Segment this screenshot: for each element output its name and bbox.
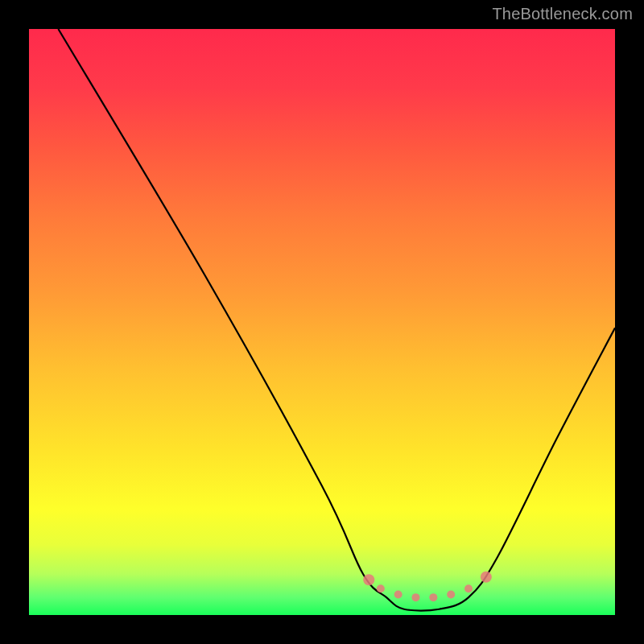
optimal-dot [464,584,473,592]
attribution-label: TheBottleneck.com [492,5,633,23]
optimal-band-dots [363,572,492,601]
plot-svg [29,29,615,615]
optimal-dot [411,593,419,601]
plot-area [29,29,615,615]
optimal-dot [377,584,385,592]
optimal-dot [481,572,492,583]
optimal-dot [394,591,402,599]
optimal-dot [429,593,437,601]
chart-container: TheBottleneck.com [0,0,644,644]
optimal-dot [447,591,455,599]
optimal-dot [363,574,374,585]
bottleneck-curve [58,29,615,611]
